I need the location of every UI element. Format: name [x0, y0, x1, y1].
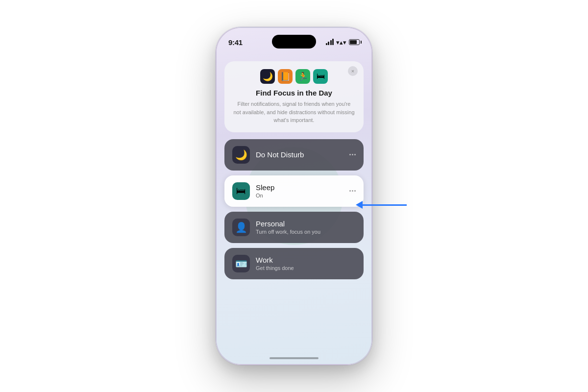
sleep-text: Sleep On: [256, 183, 343, 198]
personal-icon: 👤: [232, 219, 250, 236]
do-not-disturb-icon: 🌙: [232, 146, 250, 164]
do-not-disturb-text: Do Not Disturb: [256, 150, 343, 159]
volume-up-button[interactable]: [216, 111, 216, 136]
sleep-status: On: [256, 193, 343, 198]
arrow-line: [363, 204, 407, 206]
sleep-label: Sleep: [256, 183, 343, 192]
signal-strength-icon: [326, 39, 334, 45]
power-button[interactable]: [372, 114, 372, 148]
arrow-annotation: [356, 201, 407, 209]
personal-label: Personal: [256, 220, 356, 228]
status-time: 9:41: [228, 38, 243, 47]
scene: 9:41 ▾▴▾ ×: [0, 0, 588, 392]
status-icons: ▾▴▾: [326, 39, 360, 46]
work-subtitle: Get things done: [256, 265, 356, 271]
personal-subtitle: Turn off work, focus on you: [256, 229, 356, 235]
sleep-card-icon: 🛏: [313, 69, 328, 84]
work-button[interactable]: 🪪 Work Get things done: [224, 248, 364, 279]
close-button[interactable]: ×: [348, 66, 358, 76]
home-indicator: [270, 357, 318, 359]
do-not-disturb-button[interactable]: 🌙 Do Not Disturb: [224, 139, 364, 171]
phone-shell: 9:41 ▾▴▾ ×: [216, 27, 372, 365]
do-not-disturb-label: Do Not Disturb: [256, 150, 343, 159]
personal-text: Personal Turn off work, focus on you: [256, 220, 356, 235]
sleep-button[interactable]: 🛏 Sleep On: [224, 175, 364, 207]
screen-content: × 🌙 📙 🏃 🛏 Find Focus in the Day Filter n…: [217, 56, 371, 364]
arrow-head: [356, 201, 363, 209]
info-card-title: Find Focus in the Day: [233, 89, 355, 97]
info-card: × 🌙 📙 🏃 🛏 Find Focus in the Day Filter n…: [224, 61, 364, 132]
dynamic-island: [272, 35, 316, 49]
fitness-icon: 🏃: [295, 69, 310, 84]
book-icon: 📙: [278, 69, 293, 84]
moon-icon: 🌙: [260, 69, 275, 84]
personal-button[interactable]: 👤 Personal Turn off work, focus on you: [224, 212, 364, 243]
work-icon: 🪪: [232, 255, 250, 272]
do-not-disturb-more[interactable]: [349, 154, 356, 155]
phone-screen: 9:41 ▾▴▾ ×: [217, 28, 371, 364]
work-text: Work Get things done: [256, 256, 356, 271]
wifi-icon: ▾▴▾: [336, 39, 346, 46]
sleep-more[interactable]: [349, 190, 356, 192]
info-card-icons: 🌙 📙 🏃 🛏: [233, 69, 355, 84]
work-label: Work: [256, 256, 356, 265]
volume-down-button[interactable]: [216, 142, 216, 166]
info-card-description: Filter notifications, signal to friends …: [233, 100, 355, 124]
sleep-icon: 🛏: [232, 182, 250, 200]
battery-icon: [349, 39, 360, 45]
